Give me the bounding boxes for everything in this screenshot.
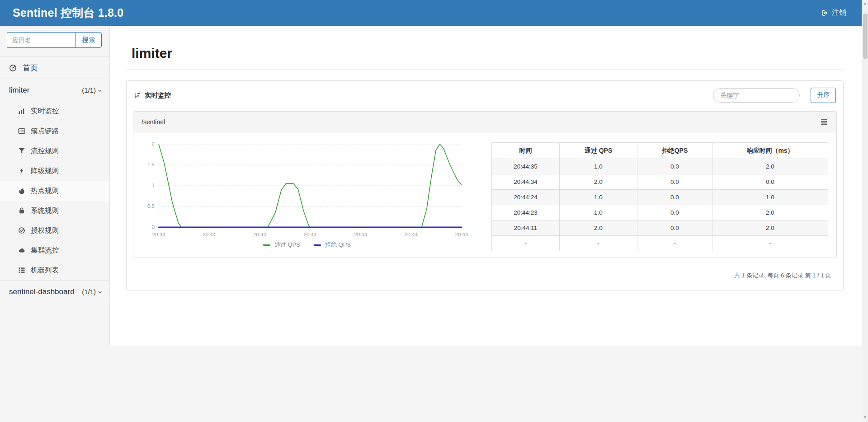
sidebar-app-sentinel-dashboard[interactable]: sentinel-dashboard (1/1): [0, 281, 109, 303]
main-content: limiter 实时监控 升序 /sentinel: [110, 26, 868, 346]
sidebar-item-authority-rules[interactable]: 授权规则: [0, 220, 109, 240]
chart-legend: 通过 QPS拒绝 QPS: [148, 241, 466, 249]
lock-icon: [18, 207, 25, 214]
x-axis-tick: 20:44: [203, 232, 216, 237]
table-row: 20:44:241.00.01.0: [492, 190, 828, 205]
table-cell: 1.0: [560, 159, 637, 174]
sidebar-item-machine-list[interactable]: 机器列表: [0, 260, 109, 280]
table-cell: 20:44:35: [492, 159, 560, 174]
scroll-up-icon[interactable]: ▲: [863, 0, 867, 7]
fire-icon: [18, 187, 25, 194]
app-search-group: 搜索: [0, 26, 109, 56]
y-axis-tick: 0: [152, 224, 155, 230]
x-axis-tick: 20:44: [152, 232, 165, 237]
table-row: 20:44:112.00.02.0: [492, 220, 828, 236]
realtime-monitor-panel: 实时监控 升序 /sentinel 00.511.5220:4420:442: [126, 80, 844, 291]
y-axis-tick: 2: [152, 141, 155, 146]
limiter-submenu: 实时监控 簇点链路 流控规则 降级规则 热点规则 系统规则: [0, 101, 109, 280]
resource-panel: /sentinel 00.511.5220:4420:4420:4420:442…: [133, 111, 837, 258]
legend-dash-icon: [263, 244, 270, 246]
x-axis-tick: 20:44: [405, 232, 418, 237]
page-title: limiter: [132, 46, 844, 61]
table-cell: 2.0: [560, 174, 637, 190]
panel-title: 实时监控: [134, 91, 171, 100]
sidebar-item-realtime-monitor[interactable]: 实时监控: [0, 101, 109, 121]
table-cell: 2.0: [712, 205, 828, 220]
app-search-input[interactable]: [7, 32, 75, 48]
page-scrollbar[interactable]: ▲ ▼: [862, 0, 868, 422]
page: Sentinel 控制台 1.8.0 注销 搜索 首页 limiter (1/1…: [0, 0, 868, 422]
submenu-label: 热点规则: [31, 186, 59, 196]
qps-chart-plot: 00.511.5220:4420:4420:4420:4420:4420:442…: [159, 142, 462, 229]
app-machine-badge: (1/1): [82, 288, 96, 295]
y-axis-tick: 1: [152, 183, 155, 188]
legend-label: 拒绝 QPS: [325, 241, 351, 249]
filter-icon: [18, 147, 25, 155]
sidebar-item-home[interactable]: 首页: [0, 57, 109, 79]
submenu-label: 实时监控: [31, 107, 59, 116]
column-header: 拒绝QPS: [637, 143, 712, 159]
panel-title-label: 实时监控: [145, 91, 171, 100]
app-name: sentinel-dashboard: [9, 287, 75, 296]
x-axis-tick: 20:44: [253, 232, 266, 237]
submenu-label: 簇点链路: [31, 127, 59, 136]
table-cell: 2.0: [712, 159, 828, 174]
gauge-icon: [9, 64, 17, 72]
sidebar-item-degrade-rules[interactable]: 降级规则: [0, 161, 109, 181]
sort-ascending-button[interactable]: 升序: [811, 88, 836, 103]
table-cell: 1.0: [560, 190, 637, 205]
sidebar-app-limiter[interactable]: limiter (1/1): [0, 79, 109, 101]
sidebar-item-cluster-link[interactable]: 簇点链路: [0, 121, 109, 141]
x-axis-tick: 20:44: [354, 232, 367, 237]
table-cell: -: [560, 236, 637, 251]
table-cell: 1.0: [560, 205, 637, 220]
table-cell: 0.0: [637, 174, 712, 190]
submenu-label: 机器列表: [31, 266, 59, 275]
legend-label: 通过 QPS: [274, 241, 300, 249]
app-title: Sentinel 控制台 1.8.0: [13, 5, 123, 20]
column-header: 时间: [492, 143, 560, 159]
submenu-label: 系统规则: [31, 206, 59, 216]
cloud-icon: [18, 247, 25, 254]
app-machine-badge: (1/1): [82, 86, 96, 94]
app-search-button[interactable]: 搜索: [75, 32, 102, 48]
table-cell: 0.0: [637, 159, 712, 174]
scrollbar-thumb[interactable]: [863, 14, 868, 59]
bar-chart-icon: [18, 108, 25, 115]
x-axis-tick: 20:44: [304, 232, 317, 237]
sign-out-icon: [821, 9, 829, 17]
column-header: 通过 QPS: [560, 143, 637, 159]
column-header: 响应时间（ms）: [712, 143, 828, 159]
qps-chart: 00.511.5220:4420:4420:4420:4420:4420:442…: [143, 142, 466, 249]
sidebar-item-system-rules[interactable]: 系统规则: [0, 201, 109, 220]
list-alt-icon: [18, 127, 25, 135]
legend-item[interactable]: 通过 QPS: [263, 241, 300, 249]
monitor-table: 时间通过 QPS拒绝QPS响应时间（ms） 20:44:351.00.02.02…: [491, 142, 828, 251]
sidebar-item-label: 首页: [23, 63, 38, 73]
sidebar-item-flow-rules[interactable]: 流控规则: [0, 141, 109, 161]
keyword-input[interactable]: [713, 88, 800, 103]
bolt-icon: [18, 167, 25, 174]
th-list-icon: [18, 267, 25, 274]
sidebar: 搜索 首页 limiter (1/1) 实时监控 簇点链路: [0, 26, 110, 346]
chevron-down-icon: [97, 290, 103, 295]
check-circle-icon: [18, 227, 25, 234]
sort-amount-icon: [134, 92, 141, 99]
legend-item[interactable]: 拒绝 QPS: [314, 241, 351, 249]
sidebar-item-cluster-flow[interactable]: 集群流控: [0, 240, 109, 260]
table-cell: 20:44:24: [492, 190, 560, 205]
sidebar-item-param-flow-rules[interactable]: 热点规则: [0, 181, 109, 201]
table-cell: -: [492, 236, 560, 251]
resource-title: /sentinel: [142, 118, 165, 126]
table-cell: 0.0: [712, 174, 828, 190]
y-axis-tick: 0.5: [147, 203, 155, 209]
table-cell: 20:44:11: [492, 220, 560, 236]
table-row: 20:44:351.00.02.0: [492, 159, 828, 174]
x-axis-tick: 20:44: [455, 232, 468, 237]
scroll-down-icon[interactable]: ▼: [863, 414, 867, 421]
menu-icon[interactable]: [820, 118, 828, 126]
logout-link[interactable]: 注销: [821, 8, 846, 18]
table-cell: 0.0: [637, 205, 712, 220]
table-cell: 1.0: [712, 190, 828, 205]
submenu-label: 授权规则: [31, 226, 59, 235]
